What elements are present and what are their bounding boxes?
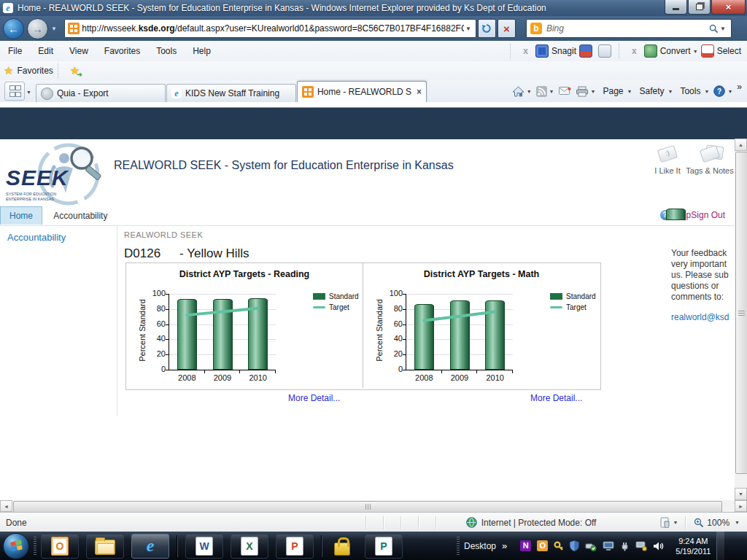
- y-tick-label: 0: [383, 365, 403, 373]
- tab-close-icon[interactable]: ×: [412, 87, 422, 97]
- sign-out-link[interactable]: Sign Out: [691, 210, 725, 220]
- tab-list-dropdown-icon[interactable]: ▼: [26, 90, 31, 95]
- quick-tabs-button[interactable]: [4, 82, 25, 101]
- safety-menu-button[interactable]: Safety ▼: [636, 86, 673, 96]
- print-button[interactable]: ▼: [576, 86, 596, 97]
- help-menu-button[interactable]: ? ▼: [713, 85, 732, 97]
- search-icon[interactable]: [709, 24, 719, 34]
- snagit-toolbar-close-button[interactable]: x: [519, 46, 533, 56]
- desktop-overflow-icon[interactable]: »: [502, 540, 507, 551]
- start-button[interactable]: [3, 533, 29, 559]
- vertical-scrollbar[interactable]: ▲ ▼: [735, 139, 747, 500]
- vertical-scrollbar-thumb[interactable]: [735, 152, 747, 474]
- more-detail-link-math[interactable]: More Detail...: [530, 393, 582, 403]
- snagit-profile-icon[interactable]: [598, 44, 611, 58]
- print-dropdown-icon[interactable]: ▼: [591, 89, 596, 94]
- scroll-down-button[interactable]: ▼: [735, 488, 747, 500]
- tab-bar: ▼ Quia - Export e KIDS New Staff Trainin…: [0, 80, 747, 102]
- zoom-level: 100%: [707, 518, 729, 528]
- tray-office-icon[interactable]: O: [537, 540, 548, 551]
- nav-tab-accountability[interactable]: Accountability: [44, 207, 116, 225]
- scroll-up-button[interactable]: ▲: [735, 139, 747, 151]
- search-input[interactable]: b Bing ▼: [526, 19, 732, 38]
- convert-dropdown-icon[interactable]: ▼: [693, 49, 698, 54]
- horizontal-scrollbar[interactable]: ◄ ►: [0, 500, 747, 512]
- tab-kids-training[interactable]: e KIDS New Staff Training: [166, 84, 296, 102]
- back-button[interactable]: ←: [3, 18, 24, 39]
- restore-button[interactable]: [688, 0, 711, 15]
- close-button[interactable]: ×: [711, 0, 746, 15]
- tray-network-icon[interactable]: [635, 541, 647, 551]
- add-favorite-icon[interactable]: ★: [70, 64, 85, 77]
- tray-keys-icon[interactable]: [554, 541, 564, 551]
- menu-tools[interactable]: Tools: [148, 46, 185, 56]
- taskbar-ie-button[interactable]: e: [131, 534, 169, 559]
- tray-usb-icon[interactable]: [585, 541, 597, 551]
- menu-favorites[interactable]: Favorites: [96, 46, 148, 56]
- url-dropdown-icon[interactable]: ▼: [464, 26, 473, 32]
- taskbar-lock-item[interactable]: [330, 537, 355, 556]
- convert-label[interactable]: Convert: [660, 46, 691, 56]
- history-dropdown-icon[interactable]: ▼: [51, 26, 57, 32]
- snagit-label[interactable]: Snagit: [551, 46, 576, 56]
- taskbar-explorer-button[interactable]: [86, 534, 124, 559]
- windows-flag-icon: [10, 540, 23, 552]
- zoom-control[interactable]: 100% ▼: [694, 518, 740, 528]
- x-tick-label: 2009: [205, 373, 240, 382]
- tray-power-icon[interactable]: [620, 541, 630, 551]
- taskbar-clock[interactable]: 9:24 AM 5/19/2011: [676, 536, 711, 556]
- menu-view[interactable]: View: [61, 46, 96, 56]
- select-label[interactable]: Select: [717, 46, 747, 56]
- legend-swatch: [550, 293, 562, 300]
- snagit-icon[interactable]: [535, 44, 549, 58]
- taskbar-publisher-button[interactable]: P: [365, 534, 403, 559]
- tray-shield-icon[interactable]: [570, 540, 579, 551]
- screen: e Home - REALWORLD SEEK - System for Edu…: [0, 0, 747, 560]
- favorites-button[interactable]: Favorites: [17, 66, 53, 76]
- menu-file[interactable]: File: [0, 46, 30, 56]
- taskbar-excel-button[interactable]: X: [231, 534, 268, 559]
- feeds-button[interactable]: ▼: [536, 86, 554, 97]
- desktop-toolbar[interactable]: Desktop »: [464, 540, 507, 551]
- forward-button[interactable]: →: [27, 18, 48, 39]
- taskbar-word-button[interactable]: W: [185, 534, 223, 559]
- taskbar-powerpoint-button[interactable]: P: [276, 534, 314, 559]
- feedback-email-link[interactable]: realworld@ksd: [671, 312, 735, 322]
- security-report-button[interactable]: ▼: [660, 517, 678, 528]
- tags-and-notes-button[interactable]: Tags & Notes: [684, 144, 735, 176]
- nav-tab-home[interactable]: Home: [0, 206, 42, 225]
- address-input[interactable]: http://rwsseek.ksde.org/default.aspx?use…: [64, 19, 476, 38]
- convert-icon[interactable]: [644, 44, 657, 58]
- toolbar-separator: [58, 63, 62, 78]
- read-mail-button[interactable]: [559, 87, 571, 96]
- page-menu-button[interactable]: Page ▼: [600, 86, 632, 96]
- refresh-button[interactable]: [478, 19, 496, 38]
- command-overflow-button[interactable]: »: [737, 82, 742, 92]
- home-button[interactable]: ▼: [512, 86, 532, 97]
- more-detail-link-reading[interactable]: More Detail...: [288, 393, 340, 403]
- stop-button[interactable]: ×: [498, 19, 516, 38]
- menu-edit[interactable]: Edit: [30, 46, 61, 56]
- sidebar-item-accountability[interactable]: Accountability: [7, 232, 66, 243]
- tab-quia[interactable]: Quia - Export: [36, 84, 166, 102]
- quick-tabs-icon: [9, 85, 20, 97]
- home-dropdown-icon[interactable]: ▼: [527, 89, 532, 94]
- scroll-right-button[interactable]: ►: [735, 500, 747, 512]
- tray-display-icon[interactable]: [603, 541, 614, 551]
- show-desktop-button[interactable]: [716, 532, 724, 560]
- search-dropdown-icon[interactable]: ▼: [719, 26, 727, 32]
- x-axis-tick: [275, 370, 276, 373]
- tray-onenote-icon[interactable]: N: [520, 540, 531, 551]
- menu-help[interactable]: Help: [185, 46, 219, 56]
- select-icon[interactable]: [701, 44, 714, 58]
- taskbar-outlook-button[interactable]: O: [41, 534, 79, 559]
- tab-home-realworld[interactable]: Home - REALWORLD S... ×: [297, 81, 427, 102]
- minimize-button[interactable]: [665, 0, 687, 15]
- snagit-window-icon[interactable]: [579, 44, 592, 58]
- convert-toolbar-close-button[interactable]: x: [627, 46, 641, 56]
- horizontal-scrollbar-thumb[interactable]: [13, 501, 722, 513]
- tray-volume-icon[interactable]: [653, 541, 664, 551]
- feeds-dropdown-icon[interactable]: ▼: [549, 89, 554, 94]
- tools-menu-button[interactable]: Tools ▼: [677, 86, 709, 96]
- scroll-left-button[interactable]: ◄: [0, 500, 12, 512]
